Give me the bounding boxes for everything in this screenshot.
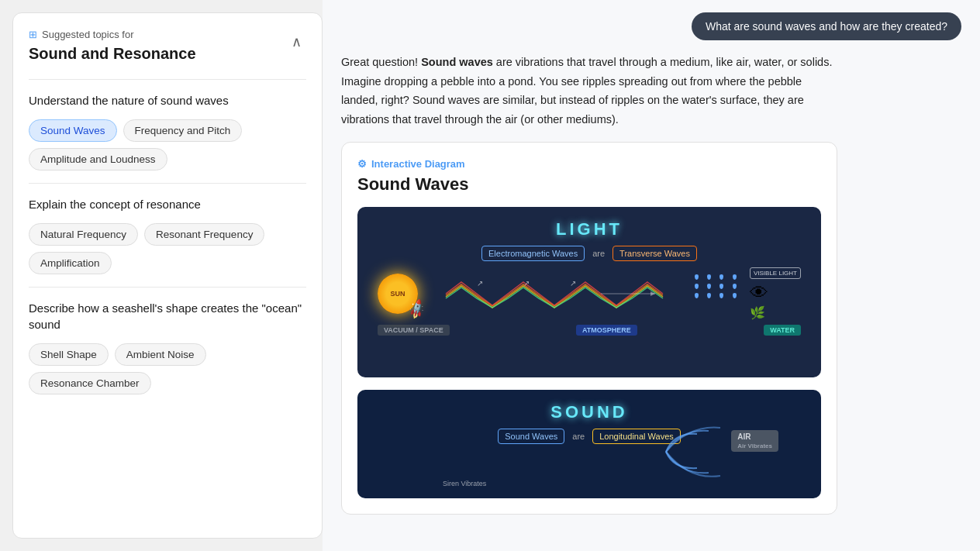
tag-resonant-frequency[interactable]: Resonant Frequency <box>144 223 264 246</box>
transverse-wave-box: Transverse Waves <box>612 246 697 261</box>
svg-text:↗: ↗ <box>523 279 530 288</box>
section3-tags: Shell Shape Ambient Noise Resonance Cham… <box>29 343 306 394</box>
sound-wave-box: Sound Waves <box>498 429 564 444</box>
svg-text:↗: ↗ <box>477 279 483 288</box>
tag-ambient-noise[interactable]: Ambient Noise <box>115 343 206 366</box>
diagram-icon: ⚙ <box>357 158 367 170</box>
divider2 <box>29 183 306 184</box>
tag-amplitude-loudness[interactable]: Amplitude and Loudness <box>29 148 167 170</box>
sidebar-title: Sound and Resonance <box>29 43 196 64</box>
sidebar-header: ⊞ Suggested topics for Sound and Resonan… <box>29 29 306 64</box>
water-zone-badge: WATER <box>764 325 801 336</box>
sound-arcs <box>596 417 736 487</box>
section3-heading: Describe how a seashell's shape creates … <box>29 300 306 332</box>
atmosphere-zone-badge: ATMOSPHERE <box>576 325 637 336</box>
section2-tags: Natural Frequency Resonant Frequency Amp… <box>29 223 306 274</box>
eye-zone: VISIBLE LIGHT 👁 🌿 <box>750 267 801 320</box>
are-text: are <box>592 249 605 258</box>
siren-label: Siren Vibrates <box>443 480 486 487</box>
eye-icon: 👁 <box>750 282 801 304</box>
suggested-label: ⊞ Suggested topics for <box>29 29 196 40</box>
plant-icon: 🌿 <box>750 305 801 320</box>
tag-frequency-pitch[interactable]: Frequency and Pitch <box>123 119 243 142</box>
visible-light-badge: VISIBLE LIGHT <box>750 267 801 279</box>
diagram-title: Sound Waves <box>357 174 821 195</box>
em-wave-box: Electromagnetic Waves <box>481 246 585 261</box>
zone-labels: VACUUM / SPACE ATMOSPHERE WATER <box>370 325 809 336</box>
air-badge: AIR Air Vibrates <box>731 430 778 452</box>
divider <box>29 79 306 80</box>
answer-text: Great question! Sound waves are vibratio… <box>341 53 837 129</box>
collapse-button[interactable]: ∧ <box>287 32 306 52</box>
sun-label: SUN <box>390 290 405 298</box>
wave-beam: ↗ ↗ ↗ <box>426 278 683 309</box>
air-vibrates-label: Air Vibrates <box>737 443 772 449</box>
tag-resonance-chamber[interactable]: Resonance Chamber <box>29 372 151 394</box>
diagram-card: ⚙ Interactive Diagram Sound Waves LIGHT … <box>341 142 837 515</box>
sidebar-header-left: ⊞ Suggested topics for Sound and Resonan… <box>29 29 196 64</box>
light-header: LIGHT <box>370 219 809 239</box>
svg-text:↗: ↗ <box>570 279 576 288</box>
section2-heading: Explain the concept of resonance <box>29 196 306 212</box>
are-text2: are <box>572 432 585 441</box>
list-icon: ⊞ <box>29 29 37 40</box>
tag-shell-shape[interactable]: Shell Shape <box>29 343 109 366</box>
tag-natural-frequency[interactable]: Natural Frequency <box>29 223 138 246</box>
sound-header: SOUND <box>370 402 809 422</box>
tag-sound-waves[interactable]: Sound Waves <box>29 119 117 142</box>
sound-diagram: SOUND Sound Waves are Longitudinal Waves… <box>357 390 821 498</box>
light-diagram: LIGHT Electromagnetic Waves are Transver… <box>357 207 821 377</box>
tag-amplification[interactable]: Amplification <box>29 252 112 274</box>
main-content: What are sound waves and how are they cr… <box>323 0 980 551</box>
vacuum-zone-badge: VACUUM / SPACE <box>378 325 450 336</box>
query-bubble: What are sound waves and how are they cr… <box>692 12 961 40</box>
section1-heading: Understand the nature of sound waves <box>29 92 306 108</box>
divider3 <box>29 287 306 288</box>
wave-annotations: Electromagnetic Waves are Transverse Wav… <box>370 246 809 261</box>
diagram-label: ⚙ Interactive Diagram <box>357 158 821 170</box>
sidebar: ⊞ Suggested topics for Sound and Resonan… <box>12 12 323 539</box>
section1-tags: Sound Waves Frequency and Pitch Amplitud… <box>29 119 306 170</box>
rain-zone <box>691 270 745 317</box>
